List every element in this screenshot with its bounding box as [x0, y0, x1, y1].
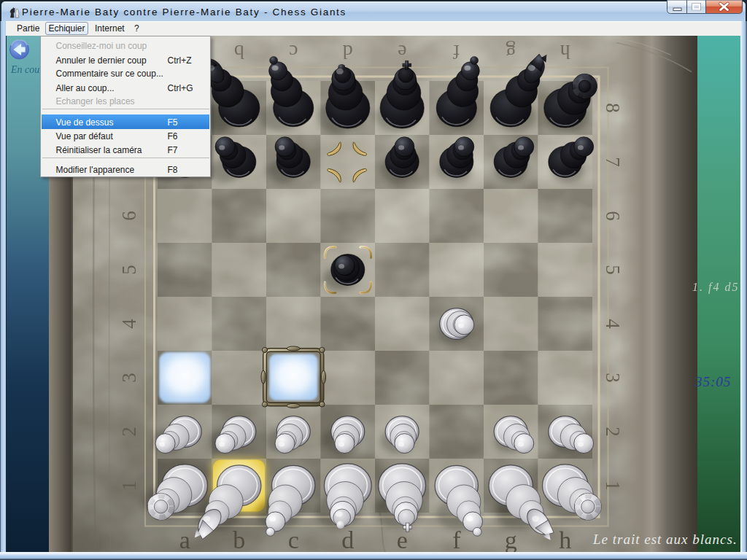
svg-text:1: 1	[602, 481, 624, 491]
svg-text:7: 7	[602, 157, 624, 167]
svg-text:h: h	[560, 40, 570, 63]
svg-text:2: 2	[118, 427, 140, 437]
svg-text:6: 6	[602, 211, 624, 221]
svg-text:c: c	[288, 526, 299, 552]
svg-text:2: 2	[602, 427, 624, 437]
svg-text:Le trait est aux blancs.: Le trait est aux blancs.	[592, 531, 738, 546]
svg-text:e: e	[398, 40, 406, 63]
svg-text:8: 8	[602, 103, 624, 113]
svg-text:6: 6	[118, 211, 140, 221]
svg-text:5: 5	[118, 265, 140, 275]
svg-text:3: 3	[118, 373, 140, 383]
svg-text:4: 4	[118, 318, 140, 328]
svg-text:4: 4	[602, 319, 624, 329]
svg-text:a: a	[179, 526, 190, 552]
svg-text:d: d	[341, 526, 354, 552]
svg-text:1. f4 d5: 1. f4 d5	[692, 280, 739, 293]
svg-text:3: 3	[602, 373, 624, 383]
svg-text:b: b	[233, 526, 245, 552]
svg-text:h: h	[559, 526, 571, 552]
svg-text:c: c	[289, 40, 298, 63]
svg-text:b: b	[234, 40, 244, 63]
svg-text:d: d	[343, 40, 353, 63]
svg-text:f: f	[452, 40, 460, 63]
svg-text:35:05: 35:05	[694, 373, 731, 389]
svg-text:g: g	[506, 40, 516, 63]
svg-text:5: 5	[602, 265, 624, 275]
svg-text:1: 1	[118, 481, 140, 491]
